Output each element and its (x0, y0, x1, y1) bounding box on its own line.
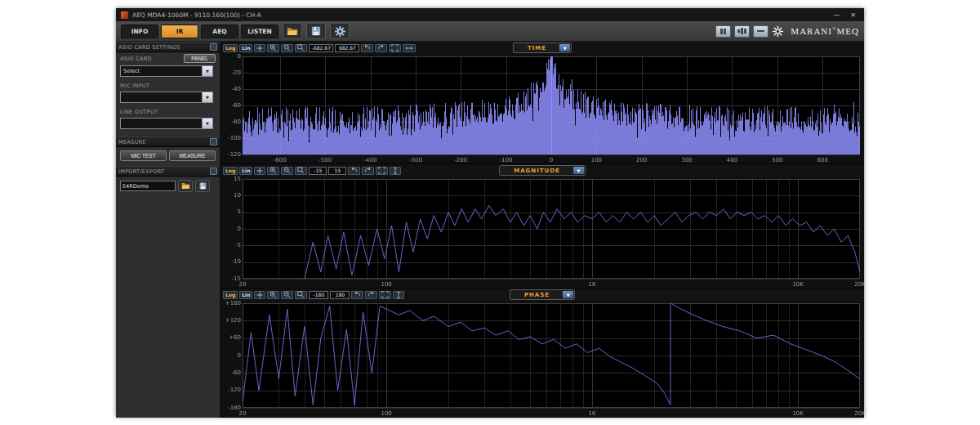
zoom-out-button[interactable] (281, 167, 293, 175)
mic-input-value (121, 92, 202, 102)
filename-input[interactable] (120, 181, 176, 191)
zoom-out-icon (283, 291, 291, 298)
pan-cross-icon (256, 168, 263, 174)
import-file-button[interactable] (178, 180, 193, 192)
meter-view-icon (720, 29, 723, 34)
x-range-button[interactable] (403, 44, 416, 52)
mic-input-label: MIC INPUT (120, 83, 149, 89)
time-plot (220, 54, 864, 163)
y-range-button[interactable] (393, 291, 404, 299)
zoom-box-button[interactable] (295, 167, 307, 175)
pan-button[interactable] (254, 167, 265, 175)
asio-card-select[interactable]: Select ▼ (120, 65, 213, 77)
sidebar: ASIO CARD SETTINGS ASIO CARD PANEL Selec… (116, 42, 220, 418)
zoom-box-button[interactable] (295, 291, 307, 299)
zoom-out-icon (283, 167, 291, 174)
x-min-field[interactable]: -682.67 (309, 44, 333, 52)
tab-aeq[interactable]: AEQ (201, 25, 238, 38)
undo-button[interactable] (348, 167, 360, 175)
tab-info[interactable]: INFO (121, 25, 158, 38)
y-max-field[interactable]: 180 (330, 291, 350, 299)
app-window: AEQ MDA4-1060M - 9110.160(100) - CH-A — … (116, 8, 864, 417)
section-collapse-icon[interactable] (210, 43, 217, 51)
lin-scale-button[interactable]: Lin (239, 291, 252, 299)
undo-icon (350, 167, 358, 174)
tab-listen[interactable]: LISTEN (241, 25, 278, 38)
view-layout-2-button[interactable] (734, 25, 750, 38)
redo-button[interactable] (365, 291, 377, 299)
y-min-field[interactable]: -180 (309, 291, 328, 299)
time-plot-canvas[interactable] (220, 54, 864, 163)
folder-open-icon (287, 27, 298, 36)
phase-plot (220, 301, 864, 417)
zoom-in-icon (270, 167, 277, 174)
zoom-in-button[interactable] (267, 167, 279, 175)
export-file-button[interactable] (195, 180, 210, 192)
redo-button[interactable] (362, 167, 374, 175)
y-range-arrows-icon (395, 291, 402, 299)
y-min-field[interactable]: -15 (309, 167, 327, 175)
save-file-button[interactable] (306, 23, 326, 39)
magnitude-plot-canvas[interactable] (220, 177, 864, 288)
log-scale-button[interactable]: Log (223, 291, 238, 299)
zoom-out-button[interactable] (281, 44, 293, 52)
zoom-box-button[interactable] (295, 44, 307, 52)
chart-title: TIME (514, 45, 559, 51)
undo-button[interactable] (351, 291, 363, 299)
pan-button[interactable] (254, 291, 265, 299)
window-title: AEQ MDA4-1060M - 9110.160(100) - CH-A (132, 11, 826, 19)
asio-card-value: Select (121, 66, 202, 76)
asio-card-label: ASIO CARD (120, 56, 152, 62)
magnitude-plot (220, 177, 864, 288)
minimize-button[interactable]: — (831, 11, 843, 19)
zoom-in-icon (270, 44, 277, 51)
panel-button[interactable]: PANEL (184, 54, 216, 63)
lin-scale-button[interactable]: Lin (239, 44, 252, 52)
time-chart-title-dropdown[interactable]: TIME ▼ (513, 42, 572, 53)
view-layout-3-button[interactable] (753, 25, 768, 38)
toolbar-right-cluster: MARANI®MEQ (715, 25, 859, 38)
log-scale-button[interactable]: Log (223, 44, 238, 52)
content-area: ASIO CARD SETTINGS ASIO CARD PANEL Selec… (116, 42, 864, 418)
mic-test-button[interactable]: MIC TEST (120, 150, 167, 161)
starburst-logo-icon (772, 25, 784, 38)
zoom-in-button[interactable] (267, 44, 279, 52)
mic-input-select[interactable]: ▼ (120, 92, 213, 103)
lin-scale-button[interactable]: Lin (239, 167, 252, 175)
import-export-section-header: IMPORT/EXPORT (116, 166, 220, 177)
fit-view-button[interactable] (379, 291, 391, 299)
settings-button[interactable] (330, 23, 350, 39)
sidebar-empty-area (116, 195, 220, 418)
zoom-out-button[interactable] (281, 291, 293, 299)
x-max-field[interactable]: 682.67 (335, 44, 359, 52)
zoom-in-button[interactable] (267, 291, 279, 299)
redo-icon (364, 167, 372, 174)
y-range-button[interactable] (390, 167, 401, 175)
open-file-button[interactable] (283, 23, 302, 39)
redo-button[interactable] (375, 44, 387, 52)
y-max-field[interactable]: 15 (328, 167, 346, 175)
view-layout-1-button[interactable] (715, 25, 731, 38)
magnitude-panel: Log Lin -15 15 (220, 164, 864, 289)
undo-button[interactable] (361, 44, 373, 52)
routing-view-icon (757, 30, 764, 32)
tab-ir[interactable]: IR (161, 25, 198, 38)
fit-view-button[interactable] (376, 167, 388, 175)
section-collapse-icon[interactable] (210, 138, 217, 145)
app-icon (121, 11, 128, 19)
asio-section-header: ASIO CARD SETTINGS (116, 42, 220, 52)
close-button[interactable]: ✕ (847, 11, 859, 19)
log-scale-button[interactable]: Log (223, 167, 238, 175)
pan-button[interactable] (254, 44, 265, 52)
zoom-box-icon (297, 167, 305, 174)
measure-button[interactable]: MEASURE (169, 150, 216, 161)
phase-plot-canvas[interactable] (220, 301, 864, 417)
chevron-down-icon: ▼ (202, 119, 212, 128)
phase-chart-title-dropdown[interactable]: PHASE ▼ (510, 289, 575, 300)
line-output-select[interactable]: ▼ (120, 118, 213, 129)
undo-icon (363, 44, 371, 51)
section-collapse-icon[interactable] (210, 168, 217, 175)
magnitude-chart-title-dropdown[interactable]: MAGNITUDE ▼ (499, 165, 586, 176)
fit-view-button[interactable] (389, 44, 401, 52)
chart-title: PHASE (511, 292, 563, 298)
